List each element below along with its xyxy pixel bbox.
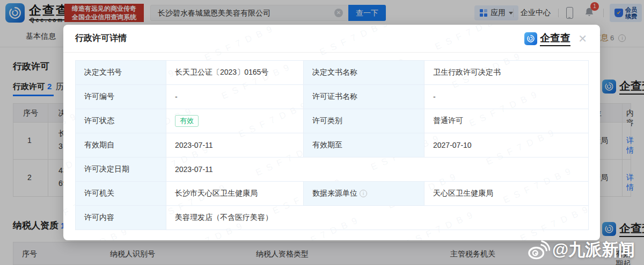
table-row: 决定文书号 长天卫公证〔2023〕0165号 决定文书名称 卫生行政许可决定书	[76, 61, 589, 85]
field-label: 许可决定日期	[76, 157, 166, 182]
news-handle: @九派新闻	[552, 239, 635, 261]
field-value: 2023-07-11	[166, 157, 589, 182]
qcc-logo-icon	[524, 32, 537, 45]
table-row: 许可编号 - 许可证书名称 -	[76, 85, 589, 109]
field-value: 卫生行政许可决定书	[425, 61, 589, 85]
table-row: 有效期自 2023-07-11 有效期至 2027-07-10	[76, 133, 589, 157]
modal-header: 行政许可详情 企查查 ✕	[63, 25, 600, 53]
field-label: 许可证书名称	[304, 85, 425, 109]
field-value: 天心区卫生健康局	[425, 182, 589, 206]
field-value: -	[166, 85, 304, 109]
field-value: 有效	[166, 109, 304, 133]
field-label-text: 数据来源单位	[312, 189, 357, 197]
table-row: 许可决定日期 2023-07-11	[76, 157, 589, 182]
field-label: 决定文书名称	[304, 61, 425, 85]
field-value: 2023-07-11	[166, 133, 304, 157]
field-value: 美容理发店（不含医疗美容）	[166, 206, 589, 230]
field-label: 数据来源单位i	[304, 182, 425, 206]
modal-title: 行政许可详情	[75, 33, 127, 44]
field-value: 2027-07-10	[425, 133, 589, 157]
field-label: 许可内容	[76, 206, 166, 230]
field-value: -	[425, 85, 589, 109]
field-label: 许可状态	[76, 109, 166, 133]
news-watermark: @九派新闻	[528, 239, 635, 261]
qcc-modal-logo: 企查查	[524, 31, 570, 46]
qcc-logo-text: 企查查	[540, 31, 570, 46]
field-label: 许可编号	[76, 85, 166, 109]
status-badge: 有效	[175, 115, 199, 127]
license-detail-modal: ESF7DB9 ESF7DB9 ESF7DB9 ESF7DB9 ESF7DB9 …	[63, 25, 600, 240]
field-value: 长沙市天心区卫生健康局	[166, 182, 304, 206]
info-icon[interactable]: i	[360, 190, 367, 197]
field-value: 长天卫公证〔2023〕0165号	[166, 61, 304, 85]
table-row: 许可状态 有效 许可类别 普通许可	[76, 109, 589, 133]
field-label: 有效期自	[76, 133, 166, 157]
license-detail-table: 决定文书号 长天卫公证〔2023〕0165号 决定文书名称 卫生行政许可决定书 …	[75, 60, 589, 230]
field-value: 普通许可	[425, 109, 589, 133]
table-row: 许可机关 长沙市天心区卫生健康局 数据来源单位i 天心区卫生健康局	[76, 182, 589, 206]
close-icon[interactable]: ✕	[576, 32, 589, 45]
table-row: 许可内容 美容理发店（不含医疗美容）	[76, 206, 589, 230]
field-label: 许可类别	[304, 109, 425, 133]
weibo-icon	[528, 239, 550, 261]
field-label: 有效期至	[304, 133, 425, 157]
field-label: 决定文书号	[76, 61, 166, 85]
field-label: 许可机关	[76, 182, 166, 206]
